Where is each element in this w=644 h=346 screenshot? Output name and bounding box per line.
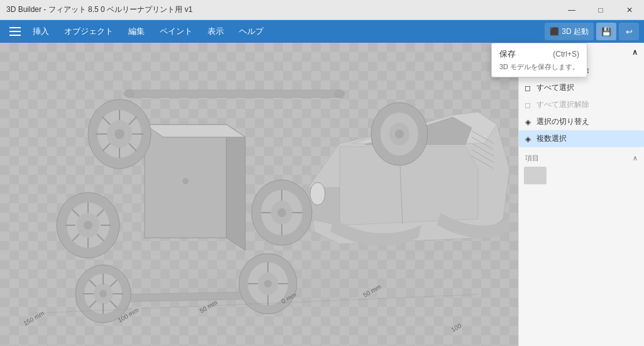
menu-object[interactable]: オブジェクト [57, 20, 121, 43]
menubar: 挿入 オブジェクト 編集 ペイント 表示 ヘルプ ⬛ 3D 起動 💾 ↩ [0, 20, 644, 43]
hamburger-menu-button[interactable] [5, 21, 25, 42]
chevron-up-icon: ∧ [632, 48, 638, 57]
menu-paint[interactable]: ペイント [152, 20, 200, 43]
window-title: 3D Builder - フィアット 8.5 0 ベルリーナプリント用 v1 [0, 4, 557, 15]
svg-text:150 mm: 150 mm [23, 310, 46, 327]
svg-point-18 [114, 129, 125, 139]
3d-scene: 150 mm 100 mm 50 mm 0 mm 50 mm 100 [0, 43, 518, 346]
close-button[interactable]: ✕ [615, 0, 644, 20]
3d-icon: ⬛ [550, 27, 559, 36]
3d-viewport[interactable]: 150 mm 100 mm 50 mm 0 mm 50 mm 100 [0, 43, 518, 346]
3d-launch-button[interactable]: ⬛ 3D 起動 [545, 23, 594, 40]
toggle-selection-button[interactable]: ◈ 選択の切り替え [519, 113, 644, 130]
menu-insert[interactable]: 挿入 [25, 20, 57, 43]
select-all-icon: ◻ [523, 83, 533, 93]
toolbar-right: ⬛ 3D 起動 💾 ↩ [545, 23, 639, 40]
menu-help[interactable]: ヘルプ [231, 20, 271, 43]
svg-text:100: 100 [450, 322, 463, 333]
svg-point-30 [395, 130, 404, 138]
main-area: 150 mm 100 mm 50 mm 0 mm 50 mm 100 [0, 43, 644, 346]
menu-items: 挿入 オブジェクト 編集 ペイント 表示 ヘルプ [25, 20, 271, 43]
select-all-button[interactable]: ◻ すべて選択 [519, 79, 644, 96]
save-tooltip: 保存 (Ctrl+S) 3D モデルを保存します。 [491, 43, 587, 77]
minimize-button[interactable]: — [557, 0, 586, 20]
svg-point-12 [335, 90, 345, 98]
menu-view[interactable]: 表示 [200, 20, 231, 43]
multi-select-button[interactable]: ◈ 複数選択 [519, 130, 644, 147]
svg-point-46 [277, 208, 286, 217]
window-controls: — □ ✕ [557, 0, 644, 20]
right-panel: グループ ∧ ◈ グループ化解除 ◻ すべて選択 ◻ すべて選択解除 ◈ 選択の… [518, 43, 644, 346]
svg-point-66 [264, 280, 272, 287]
svg-point-11 [124, 90, 134, 98]
tooltip-shortcut: (Ctrl+S) [553, 50, 579, 59]
multi-select-icon: ◈ [523, 134, 533, 144]
tooltip-description: 3D モデルを保存します。 [499, 62, 579, 72]
maximize-button[interactable]: □ [586, 0, 615, 20]
deselect-all-icon: ◻ [523, 100, 533, 110]
svg-point-34 [84, 221, 92, 230]
svg-point-10 [182, 178, 189, 184]
titlebar: 3D Builder - フィアット 8.5 0 ベルリーナプリント用 v1 —… [0, 0, 644, 20]
svg-point-2 [310, 182, 325, 205]
save-button[interactable]: 💾 [596, 23, 616, 40]
svg-point-54 [99, 290, 107, 298]
toggle-selection-icon: ◈ [523, 117, 533, 127]
tooltip-title: 保存 [499, 48, 516, 60]
tooltip-row: 保存 (Ctrl+S) [499, 48, 579, 60]
items-section-label: 項目 ∧ [519, 151, 644, 164]
menu-edit[interactable]: 編集 [121, 20, 152, 43]
chevron-up-icon-items: ∧ [633, 154, 638, 162]
deselect-all-button[interactable]: ◻ すべて選択解除 [519, 96, 644, 113]
item-thumbnail[interactable] [524, 167, 547, 184]
undo-button[interactable]: ↩ [619, 23, 639, 40]
